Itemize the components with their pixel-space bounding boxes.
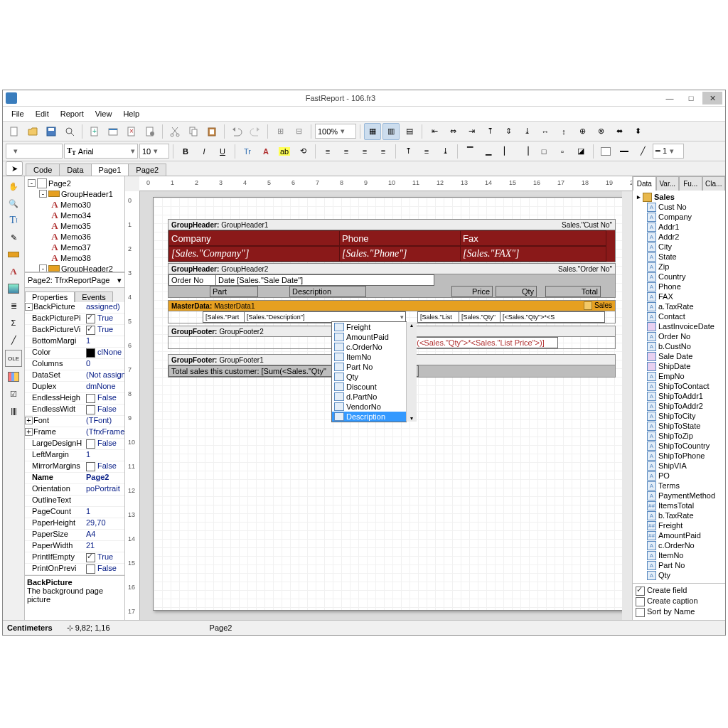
ungroup-icon[interactable]: ⊟ bbox=[290, 123, 307, 140]
field-node[interactable]: AFAX bbox=[633, 291, 725, 301]
label-orderno[interactable]: Order No bbox=[168, 274, 220, 286]
save-icon[interactable] bbox=[43, 123, 60, 140]
col-part[interactable]: Part bbox=[210, 286, 258, 297]
field-node[interactable]: AShipToPhone bbox=[633, 451, 725, 461]
textalign-center-icon[interactable]: ≡ bbox=[338, 143, 355, 160]
field-node[interactable]: ##ItemsTotal bbox=[633, 500, 725, 510]
center-h-icon[interactable]: ⊕ bbox=[574, 123, 591, 140]
dropdown-item[interactable]: d.PartNo bbox=[332, 392, 406, 402]
space-v-icon[interactable]: ↕ bbox=[555, 123, 572, 140]
col-price[interactable]: Price bbox=[451, 286, 493, 297]
col-total[interactable]: Total bbox=[545, 286, 601, 297]
italic-icon[interactable]: I bbox=[196, 143, 213, 160]
dropdown-item[interactable]: VendorNo bbox=[332, 402, 406, 412]
horizontal-ruler[interactable]: 0123456789101112131415161718192021 bbox=[139, 176, 632, 191]
label-company[interactable]: Company bbox=[171, 233, 211, 244]
dropdown-item[interactable]: Description bbox=[332, 412, 406, 422]
field-node[interactable]: ##AmountPaid bbox=[633, 530, 725, 540]
field-node[interactable]: AShipToAddr2 bbox=[633, 401, 725, 411]
property-row[interactable]: +Font(TFont) bbox=[25, 416, 124, 427]
tab-rdata[interactable]: Data bbox=[633, 176, 656, 191]
hand-tool-icon[interactable]: ✋ bbox=[6, 179, 21, 193]
maximize-button[interactable]: □ bbox=[681, 92, 701, 105]
frame-right-icon[interactable]: ▕ bbox=[517, 143, 534, 160]
align-top-icon[interactable]: ⤒ bbox=[481, 123, 498, 140]
newpage-icon[interactable]: + bbox=[86, 123, 103, 140]
align-right-icon[interactable]: ⇥ bbox=[463, 123, 480, 140]
cell-price[interactable]: [Sales."List bbox=[417, 311, 463, 323]
property-row[interactable]: PrintOnPreviFalse bbox=[25, 564, 124, 575]
field-phone[interactable]: [Sales."Phone"] bbox=[342, 248, 407, 259]
tab-functions[interactable]: Fu... bbox=[679, 176, 702, 191]
textalign-left-icon[interactable]: ≡ bbox=[319, 143, 336, 160]
field-node[interactable]: AAddr1 bbox=[633, 222, 725, 232]
property-row[interactable]: BottomMargi1 bbox=[25, 336, 124, 348]
band-tool-icon[interactable] bbox=[6, 247, 21, 262]
cell-part[interactable]: [Sales."Part bbox=[203, 311, 248, 323]
rotate-icon[interactable]: ⟲ bbox=[294, 143, 311, 160]
sum-expr[interactable]: um(<Sales."Qty">*<Sales."List Price">)] bbox=[403, 337, 558, 348]
report-tree[interactable]: -Page2-GroupHeader1AMemo30AMemo34AMemo35… bbox=[25, 176, 124, 272]
fontsize-combo[interactable]: 10▾ bbox=[139, 144, 169, 159]
field-node[interactable]: AShipToCountry bbox=[633, 441, 725, 451]
highlight-icon[interactable]: ab bbox=[276, 143, 293, 160]
tree-node[interactable]: AMemo36 bbox=[25, 231, 124, 242]
cut-icon[interactable] bbox=[166, 123, 183, 140]
framestyle-icon[interactable]: ╱ bbox=[634, 143, 651, 160]
dropdown-item[interactable]: Freight bbox=[332, 322, 406, 332]
property-row[interactable]: LeftMargin1 bbox=[25, 450, 124, 461]
field-node[interactable]: Ac.OrderNo bbox=[633, 540, 725, 550]
align-hcenter-icon[interactable]: ⇔ bbox=[444, 123, 461, 140]
field-node[interactable]: Ab.CustNo bbox=[633, 341, 725, 351]
check-createcaption[interactable]: Create caption bbox=[636, 596, 722, 607]
col-qty[interactable]: Qty bbox=[496, 286, 537, 297]
tab-data[interactable]: Data bbox=[59, 164, 91, 176]
label-phone[interactable]: Phone bbox=[342, 233, 369, 244]
field-node[interactable]: ACompany bbox=[633, 212, 725, 222]
showgrid-icon[interactable]: ▦ bbox=[364, 123, 381, 140]
field-node[interactable]: AQty bbox=[633, 570, 725, 580]
frame-shadow-icon[interactable]: ◪ bbox=[572, 143, 589, 160]
field-node[interactable]: ##Freight bbox=[633, 520, 725, 530]
property-row[interactable]: MirrorMarginsFalse bbox=[25, 461, 124, 473]
new-icon[interactable] bbox=[6, 123, 23, 140]
band-groupheader1[interactable]: GroupHeader:GroupHeader1Sales."Cust No" … bbox=[168, 219, 616, 262]
property-row[interactable]: PaperWidth21 bbox=[25, 541, 124, 552]
tab-page1[interactable]: Page1 bbox=[91, 164, 129, 176]
field-node[interactable]: AItemNo bbox=[633, 550, 725, 560]
barcode-tool-icon[interactable]: |||| bbox=[6, 404, 21, 418]
tree-node[interactable]: AMemo35 bbox=[25, 220, 124, 231]
field-node[interactable]: ACountry bbox=[633, 272, 725, 282]
pointer-tool-icon[interactable]: ➤ bbox=[6, 161, 23, 176]
fillcolor-icon[interactable] bbox=[597, 143, 614, 160]
field-node[interactable]: Sale Date bbox=[633, 351, 725, 361]
property-row[interactable]: PageCount1 bbox=[25, 507, 124, 518]
bold-icon[interactable]: B bbox=[177, 143, 194, 160]
menu-report[interactable]: Report bbox=[55, 108, 90, 119]
property-row[interactable]: EndlessWidtFalse bbox=[25, 405, 124, 416]
dropdown-item[interactable]: Part No bbox=[332, 362, 406, 372]
property-row[interactable]: PaperSizeA4 bbox=[25, 530, 124, 541]
field-node[interactable]: AState bbox=[633, 252, 725, 262]
sysmemo-tool-icon[interactable]: Σ bbox=[6, 316, 21, 330]
close-button[interactable]: ✕ bbox=[702, 92, 722, 105]
cell-total[interactable]: [<Sales."Qty">*<S bbox=[500, 311, 605, 323]
report-page[interactable]: GroupHeader:GroupHeader1Sales."Cust No" … bbox=[153, 197, 622, 611]
tab-properties[interactable]: Properties bbox=[25, 291, 75, 302]
band-masterdata[interactable]: MasterData:MasterData1Sales [Sales."Part… bbox=[168, 300, 616, 323]
menu-view[interactable]: View bbox=[90, 108, 118, 119]
dropdown-item[interactable]: AmountPaid bbox=[332, 332, 406, 342]
fontcolor-icon[interactable]: A bbox=[257, 143, 274, 160]
chart-tool-icon[interactable] bbox=[6, 370, 21, 384]
frame-bot-icon[interactable]: ▁ bbox=[480, 143, 497, 160]
vertical-ruler[interactable]: 0123456789101112131415161718 bbox=[125, 191, 140, 620]
frame-top-icon[interactable]: ▔ bbox=[461, 143, 478, 160]
copy-icon[interactable] bbox=[185, 123, 202, 140]
menu-file[interactable]: File bbox=[6, 108, 30, 119]
menu-edit[interactable]: Edit bbox=[30, 108, 55, 119]
property-row[interactable]: LargeDesignHFalse bbox=[25, 439, 124, 450]
align-vcenter-icon[interactable]: ⇕ bbox=[500, 123, 517, 140]
valign-top-icon[interactable]: ⤒ bbox=[400, 143, 417, 160]
col-description[interactable]: Description bbox=[289, 286, 366, 297]
dropdown-item[interactable]: Qty bbox=[332, 372, 406, 382]
